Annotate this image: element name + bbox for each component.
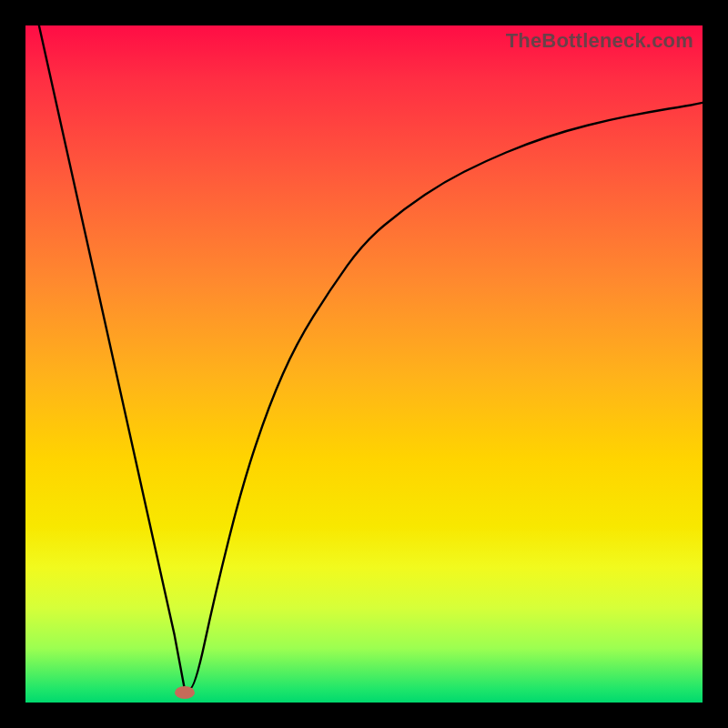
chart-frame: TheBottleneck.com	[0, 0, 728, 728]
bottleneck-curve	[25, 25, 703, 703]
optimum-marker	[175, 686, 195, 699]
chart-plot-area: TheBottleneck.com	[25, 25, 703, 703]
